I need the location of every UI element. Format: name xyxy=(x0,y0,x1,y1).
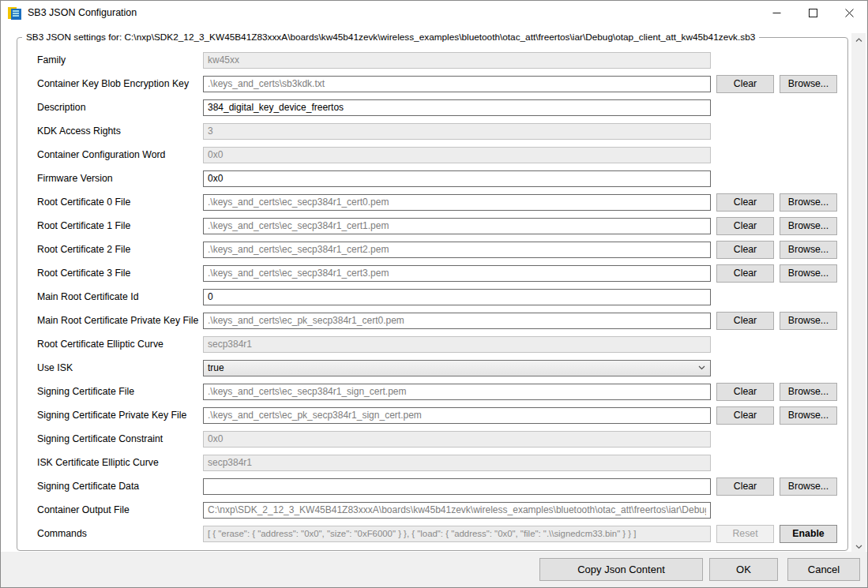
form-row-root-certificate-0-file: Root Certificate 0 FileClearBrowse... xyxy=(17,190,847,214)
container-configuration-word-input xyxy=(203,147,711,163)
form-row-commands: CommandsResetEnable xyxy=(17,522,847,545)
maximize-button[interactable] xyxy=(795,1,831,24)
field-label-kdk-access-rights: KDK Access Rights xyxy=(37,125,203,137)
field-label-main-root-certificate-private-key-file: Main Root Certificate Private Key File xyxy=(37,315,203,326)
form-row-isk-certificate-elliptic-curve: ISK Certificate Elliptic Curve xyxy=(17,451,847,474)
description-input[interactable] xyxy=(203,99,711,116)
signing-certificate-file-clear-button[interactable]: Clear xyxy=(716,383,774,401)
root-certificate-elliptic-curve-input xyxy=(203,336,711,353)
root-certificate-2-file-browse-button[interactable]: Browse... xyxy=(780,241,837,259)
root-certificate-1-file-input[interactable] xyxy=(203,218,711,234)
isk-certificate-elliptic-curve-input xyxy=(203,455,711,471)
form-row-root-certificate-1-file: Root Certificate 1 FileClearBrowse... xyxy=(17,214,847,238)
root-certificate-3-file-input[interactable] xyxy=(203,265,711,282)
root-certificate-3-file-browse-button[interactable]: Browse... xyxy=(780,264,837,283)
ok-button[interactable]: OK xyxy=(709,558,778,581)
root-certificate-1-file-browse-button[interactable]: Browse... xyxy=(780,217,837,235)
form-row-root-certificate-2-file: Root Certificate 2 FileClearBrowse... xyxy=(17,238,847,261)
form-row-family: Family xyxy=(17,48,847,72)
form-row-container-key-blob-encryption-key: Container Key Blob Encryption KeyClearBr… xyxy=(17,72,847,96)
field-label-container-output-file: Container Output File xyxy=(37,504,203,515)
container-key-blob-encryption-key-input[interactable] xyxy=(203,76,711,92)
form-row-firmware-version: Firmware Version xyxy=(17,167,847,190)
firmware-version-input[interactable] xyxy=(203,170,711,187)
row-buttons: ClearBrowse... xyxy=(716,312,837,330)
form-row-main-root-certificate-id: Main Root Certificate Id xyxy=(17,285,847,309)
use-isk-select[interactable]: true xyxy=(203,360,711,376)
field-label-isk-certificate-elliptic-curve: ISK Certificate Elliptic Curve xyxy=(37,457,203,468)
root-certificate-3-file-clear-button[interactable]: Clear xyxy=(716,264,774,283)
signing-certificate-file-input[interactable] xyxy=(203,384,711,400)
row-buttons: ResetEnable xyxy=(716,525,837,543)
signing-certificate-data-browse-button[interactable]: Browse... xyxy=(780,478,837,496)
cancel-button[interactable]: Cancel xyxy=(787,558,860,581)
signing-certificate-private-key-file-clear-button[interactable]: Clear xyxy=(716,406,774,425)
root-certificate-2-file-input[interactable] xyxy=(203,242,711,258)
signing-certificate-file-browse-button[interactable]: Browse... xyxy=(780,383,837,401)
field-label-description: Description xyxy=(37,102,203,113)
form-row-kdk-access-rights: KDK Access Rights xyxy=(17,119,847,143)
form-row-description: Description xyxy=(17,96,847,119)
form-row-signing-certificate-file: Signing Certificate FileClearBrowse... xyxy=(17,380,847,403)
caption-buttons xyxy=(758,1,867,24)
signing-certificate-private-key-file-input[interactable] xyxy=(203,407,711,424)
field-label-root-certificate-2-file: Root Certificate 2 File xyxy=(37,244,203,255)
main-root-certificate-private-key-file-input[interactable] xyxy=(203,313,711,329)
sb3-json-configuration-window: SB3 JSON Configuration SB3 JSON settings… xyxy=(0,0,868,588)
root-certificate-0-file-clear-button[interactable]: Clear xyxy=(716,193,774,212)
field-label-root-certificate-3-file: Root Certificate 3 File xyxy=(37,268,203,279)
signing-certificate-private-key-file-browse-button[interactable]: Browse... xyxy=(780,406,837,425)
copy-json-content-button[interactable]: Copy Json Content xyxy=(539,558,703,581)
row-buttons: ClearBrowse... xyxy=(716,217,837,235)
kdk-access-rights-input xyxy=(203,123,711,140)
container-key-blob-encryption-key-browse-button[interactable]: Browse... xyxy=(780,75,837,93)
row-buttons: ClearBrowse... xyxy=(716,406,837,425)
row-buttons: ClearBrowse... xyxy=(716,383,837,401)
row-buttons: ClearBrowse... xyxy=(716,241,837,259)
family-input xyxy=(203,52,711,69)
scroll-up-button[interactable] xyxy=(851,33,866,47)
field-label-container-key-blob-encryption-key: Container Key Blob Encryption Key xyxy=(37,78,203,89)
minimize-button[interactable] xyxy=(758,1,795,24)
container-key-blob-encryption-key-clear-button[interactable]: Clear xyxy=(716,75,774,93)
field-label-main-root-certificate-id: Main Root Certificate Id xyxy=(37,291,203,302)
form-row-root-certificate-3-file: Root Certificate 3 FileClearBrowse... xyxy=(17,261,847,285)
form-row-signing-certificate-data: Signing Certificate DataClearBrowse... xyxy=(17,474,847,498)
app-icon xyxy=(8,6,21,20)
form-row-signing-certificate-private-key-file: Signing Certificate Private Key FileClea… xyxy=(17,403,847,427)
form-row-use-isk: Use ISKtrue xyxy=(17,356,847,380)
field-label-signing-certificate-constraint: Signing Certificate Constraint xyxy=(37,433,203,444)
chevron-up-icon xyxy=(855,38,862,43)
minimize-icon xyxy=(772,9,781,17)
main-root-certificate-private-key-file-browse-button[interactable]: Browse... xyxy=(780,312,837,330)
use-isk-selected-value: true xyxy=(208,362,698,373)
field-label-commands: Commands xyxy=(37,528,203,539)
close-icon xyxy=(845,9,854,17)
field-label-signing-certificate-data: Signing Certificate Data xyxy=(37,481,203,492)
main-root-certificate-id-input[interactable] xyxy=(203,289,711,305)
container-output-file-input[interactable] xyxy=(203,502,711,519)
root-certificate-0-file-browse-button[interactable]: Browse... xyxy=(780,193,837,212)
main-root-certificate-private-key-file-clear-button[interactable]: Clear xyxy=(716,312,774,330)
form-row-container-configuration-word: Container Configuration Word xyxy=(17,143,847,167)
row-buttons: ClearBrowse... xyxy=(716,264,837,283)
chevron-down-icon xyxy=(698,365,705,370)
signing-certificate-constraint-input xyxy=(203,431,711,448)
vertical-scrollbar[interactable] xyxy=(851,33,866,553)
signing-certificate-data-clear-button[interactable]: Clear xyxy=(716,478,774,496)
root-certificate-0-file-input[interactable] xyxy=(203,194,711,211)
maximize-icon xyxy=(809,9,817,17)
close-button[interactable] xyxy=(831,1,867,24)
groupbox-legend: SB3 JSON settings for: C:\nxp\SDK2_12_3_… xyxy=(22,32,759,43)
signing-certificate-data-input[interactable] xyxy=(203,478,711,495)
commands-enable-button[interactable]: Enable xyxy=(780,525,837,543)
footer-bar: Copy Json Content OK Cancel xyxy=(1,552,867,587)
root-certificate-2-file-clear-button[interactable]: Clear xyxy=(716,241,774,259)
field-label-signing-certificate-private-key-file: Signing Certificate Private Key File xyxy=(37,410,203,421)
titlebar: SB3 JSON Configuration xyxy=(1,1,867,24)
sb3-settings-groupbox: SB3 JSON settings for: C:\nxp\SDK2_12_3_… xyxy=(17,37,848,551)
window-title: SB3 JSON Configuration xyxy=(28,7,137,18)
root-certificate-1-file-clear-button[interactable]: Clear xyxy=(716,217,774,235)
field-label-container-configuration-word: Container Configuration Word xyxy=(37,149,203,160)
field-label-root-certificate-1-file: Root Certificate 1 File xyxy=(37,220,203,231)
